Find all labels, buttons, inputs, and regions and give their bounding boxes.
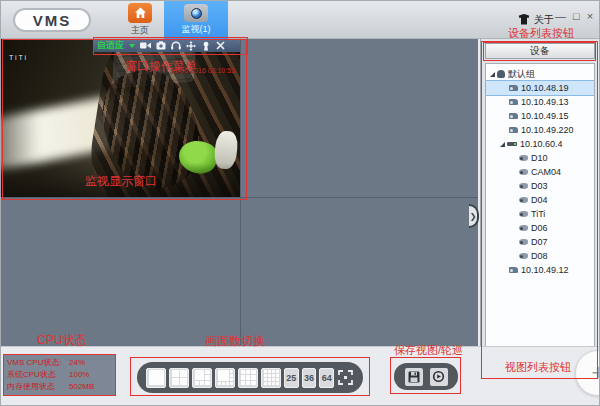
pan-icon[interactable] xyxy=(186,41,196,51)
expander-icon[interactable] xyxy=(500,142,505,147)
tree-item-label: 默认组 xyxy=(508,68,535,81)
add-view-fab[interactable]: + xyxy=(575,350,600,396)
channel-icon xyxy=(519,155,528,161)
vms-window: VMS 主页 监视(1) 关于 — □ × xyxy=(0,0,600,406)
close-button[interactable]: × xyxy=(587,10,593,22)
tree-item-label: D07 xyxy=(531,237,548,247)
scale-mode-dropdown[interactable]: 自适应 xyxy=(97,41,124,50)
maximize-button[interactable]: □ xyxy=(573,10,580,22)
tree-item-D04[interactable]: D04 xyxy=(486,193,594,207)
device-panel: 设备 默认组10.10.48.1910.10.49.1310.10.49.151… xyxy=(480,39,598,381)
camera-name-osd: TiTi xyxy=(9,54,28,61)
tour-button[interactable] xyxy=(430,368,448,386)
tree-item-label: 10.10.49.12 xyxy=(521,265,569,275)
tab-monitor[interactable]: 监视(1) xyxy=(164,1,228,39)
tree-item-D06[interactable]: D06 xyxy=(486,221,594,235)
tree-item-10.10.48.19[interactable]: 10.10.48.19 xyxy=(486,81,594,95)
tree-item-label: 10.10.49.220 xyxy=(521,125,574,135)
tree-item-默认组[interactable]: 默认组 xyxy=(486,67,594,81)
device-panel-header-button[interactable]: 设备 xyxy=(485,43,595,59)
audio-icon[interactable] xyxy=(171,41,181,50)
layout-4-button[interactable] xyxy=(169,368,189,388)
video-cell-3[interactable] xyxy=(1,198,240,346)
save-view-button[interactable] xyxy=(405,368,423,386)
device-tree: 默认组10.10.48.1910.10.49.1310.10.49.1510.1… xyxy=(485,63,595,377)
tab-home-label: 主页 xyxy=(131,24,149,37)
tree-item-CAM04[interactable]: CAM04 xyxy=(486,165,594,179)
tree-item-label: 10.10.60.4 xyxy=(520,139,563,149)
device-icon xyxy=(509,127,518,133)
channel-icon xyxy=(519,183,528,189)
minimize-button[interactable]: — xyxy=(555,10,566,22)
layout-64-button[interactable]: 64 xyxy=(319,368,334,388)
channel-icon xyxy=(519,225,528,231)
tree-item-10.10.49.12[interactable]: 10.10.49.12 xyxy=(486,263,594,277)
layout-buttons xyxy=(146,368,281,388)
camera-timestamp-osd: 11-06-2016 08:10:53 xyxy=(171,67,235,74)
ptz-icon[interactable] xyxy=(201,41,211,51)
save-toolbar xyxy=(394,363,458,390)
expander-icon[interactable] xyxy=(490,72,495,77)
video-cell-1[interactable]: TiTi 11-06-2016 08:10:53 自适应 xyxy=(1,39,240,197)
tree-item-10.10.49.15[interactable]: 10.10.49.15 xyxy=(486,109,594,123)
tree-item-10.10.49.13[interactable]: 10.10.49.13 xyxy=(486,95,594,109)
channel-icon xyxy=(519,211,528,217)
tree-item-10.10.49.220[interactable]: 10.10.49.220 xyxy=(486,123,594,137)
tree-item-label: D06 xyxy=(531,223,548,233)
group-icon xyxy=(497,70,505,78)
layout-1-button[interactable] xyxy=(146,368,166,388)
tree-item-D07[interactable]: D07 xyxy=(486,235,594,249)
layout-25-button[interactable]: 25 xyxy=(284,368,299,388)
about-icon xyxy=(518,11,530,29)
layout-toolbar: 25 36 64 xyxy=(137,362,363,393)
cpu-row-value: 100% xyxy=(69,369,89,381)
layout-36-button[interactable]: 36 xyxy=(302,368,317,388)
bottom-bar: VMS CPU状态:24% 系统CPU状态100% 内存使用状态502MB 25… xyxy=(1,346,600,406)
window-toolbar: 自适应 xyxy=(93,39,240,52)
cpu-row-label: VMS CPU状态: xyxy=(7,357,69,369)
tree-item-D03[interactable]: D03 xyxy=(486,179,594,193)
cpu-row-value: 24% xyxy=(69,357,85,369)
channel-icon xyxy=(519,253,528,259)
tree-item-label: D03 xyxy=(531,181,548,191)
about-label: 关于 xyxy=(534,13,554,27)
tree-item-10.10.60.4[interactable]: 10.10.60.4 xyxy=(486,137,594,151)
title-bar: VMS 主页 监视(1) 关于 — □ × xyxy=(1,1,600,39)
tree-item-label: D04 xyxy=(531,195,548,205)
cpu-row-label: 系统CPU状态 xyxy=(7,369,69,381)
tree-item-label: 10.10.48.19 xyxy=(521,83,569,93)
channel-icon xyxy=(519,197,528,203)
cpu-row-label: 内存使用状态 xyxy=(7,381,69,393)
app-logo: VMS xyxy=(13,8,91,32)
tree-item-label: CAM04 xyxy=(531,167,561,177)
device-icon xyxy=(509,85,518,91)
about-button[interactable]: 关于 xyxy=(518,11,554,29)
tree-item-label: D10 xyxy=(531,153,548,163)
tree-item-D10[interactable]: D10 xyxy=(486,151,594,165)
layout-16-button[interactable] xyxy=(261,368,281,388)
video-grid: TiTi 11-06-2016 08:10:53 自适应 xyxy=(1,39,478,346)
tree-item-label: D08 xyxy=(531,251,548,261)
layout-6-button[interactable] xyxy=(192,368,212,388)
close-icon[interactable] xyxy=(216,41,225,50)
video-cell-2[interactable] xyxy=(241,39,478,197)
snapshot-icon[interactable] xyxy=(156,41,166,50)
window-controls: — □ × xyxy=(555,10,593,22)
cpu-status-box: VMS CPU状态:24% 系统CPU状态100% 内存使用状态502MB xyxy=(3,354,116,396)
record-icon[interactable] xyxy=(140,41,151,50)
tree-item-label: 10.10.49.13 xyxy=(521,97,569,107)
tab-home[interactable]: 主页 xyxy=(117,1,163,39)
layout-9-button[interactable] xyxy=(238,368,258,388)
channel-icon xyxy=(519,169,528,175)
tree-item-D08[interactable]: D08 xyxy=(486,249,594,263)
chevron-down-icon[interactable] xyxy=(129,44,135,48)
video-cell-4[interactable] xyxy=(241,198,478,346)
fullscreen-button[interactable] xyxy=(337,368,354,388)
home-icon xyxy=(128,3,152,23)
layout-8-button[interactable] xyxy=(215,368,235,388)
tree-item-TiTi[interactable]: TiTi xyxy=(486,207,594,221)
live-video xyxy=(1,39,240,197)
nvr-icon xyxy=(507,142,517,146)
device-icon xyxy=(509,113,518,119)
tree-item-label: 10.10.49.15 xyxy=(521,111,569,121)
